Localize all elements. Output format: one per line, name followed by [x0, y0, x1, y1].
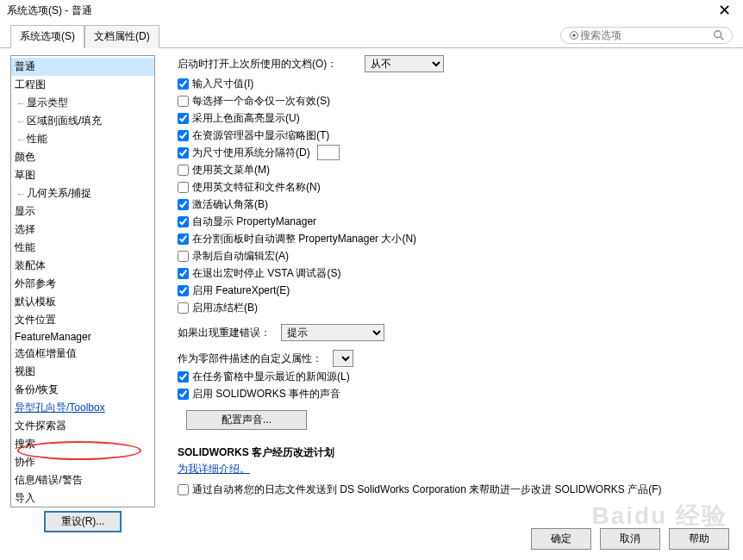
- nav-item-2[interactable]: 显示类型: [11, 94, 154, 112]
- option-label: 在任务窗格中显示最近的新闻源(L): [192, 370, 350, 384]
- option-checkbox[interactable]: [178, 389, 189, 400]
- nav-item-23[interactable]: 信息/错误/警告: [11, 471, 154, 489]
- option-row[interactable]: 为尺寸使用系统分隔符(D): [178, 146, 310, 160]
- option-checkbox[interactable]: [178, 182, 189, 193]
- option-row[interactable]: 在分割面板时自动调整 PropertyManager 大小(N): [178, 232, 416, 246]
- nav-item-6[interactable]: 草图: [11, 166, 154, 184]
- option-checkbox[interactable]: [178, 78, 189, 90]
- option-row[interactable]: 自动显示 PropertyManager: [178, 215, 316, 229]
- window-title: 系统选项(S) - 普通: [7, 3, 713, 18]
- help-button[interactable]: 帮助: [669, 528, 729, 550]
- tab-system-options[interactable]: 系统选项(S): [10, 25, 84, 48]
- option-row[interactable]: 激活确认角落(B): [178, 197, 268, 212]
- nav-item-0[interactable]: 普通: [11, 58, 154, 76]
- option-label: 录制后自动编辑宏(A): [192, 249, 289, 264]
- rebuild-select[interactable]: 提示: [281, 324, 384, 341]
- rebuild-label: 如果出现重建错误：: [178, 326, 271, 340]
- close-icon[interactable]: ✕: [713, 1, 736, 20]
- nav-item-20[interactable]: 文件探索器: [11, 417, 154, 435]
- option-label: 每选择一个命令仅一次有效(S): [192, 94, 330, 109]
- option-row[interactable]: 使用英文特征和文件名称(N): [178, 180, 321, 195]
- search-icon[interactable]: [713, 29, 725, 41]
- option-checkbox[interactable]: [178, 96, 189, 107]
- option-row[interactable]: 在资源管理器中显示缩略图(T): [178, 128, 329, 143]
- svg-line-3: [721, 37, 724, 40]
- custom-prop-select[interactable]: [333, 350, 353, 367]
- option-row[interactable]: 启用 SOLIDWORKS 事件的声音: [178, 387, 340, 401]
- option-row[interactable]: 启用 FeatureXpert(E): [178, 283, 290, 298]
- option-checkbox[interactable]: [178, 113, 189, 124]
- nav-item-19[interactable]: 异型孔向导/Toolbox: [11, 399, 154, 417]
- option-label: 启用 SOLIDWORKS 事件的声音: [192, 387, 340, 401]
- cancel-button[interactable]: 取消: [600, 528, 660, 550]
- reset-button[interactable]: 重设(R)...: [44, 511, 122, 532]
- separator-preview: [317, 145, 340, 160]
- option-row[interactable]: 采用上色面高亮显示(U): [178, 111, 300, 126]
- nav-item-18[interactable]: 备份/恢复: [11, 381, 154, 399]
- nav-item-14[interactable]: 文件位置: [11, 311, 154, 329]
- option-checkbox[interactable]: [178, 233, 189, 245]
- option-label: 使用英文特征和文件名称(N): [192, 180, 321, 195]
- plan-checkbox-row[interactable]: 通过自动将您的日志文件发送到 DS SolidWorks Corporation…: [178, 482, 662, 497]
- plan-checkbox[interactable]: [178, 484, 189, 495]
- option-label: 为尺寸使用系统分隔符(D): [192, 146, 310, 160]
- nav-item-16[interactable]: 选值框增量值: [11, 345, 154, 363]
- nav-item-24[interactable]: 导入: [11, 489, 154, 507]
- option-label: 在分割面板时自动调整 PropertyManager 大小(N): [192, 232, 416, 246]
- nav-item-10[interactable]: 性能: [11, 239, 154, 257]
- startup-select[interactable]: 从不: [365, 55, 444, 72]
- configure-sound-button[interactable]: 配置声音...: [186, 410, 307, 430]
- option-label: 在退出宏时停止 VSTA 调试器(S): [192, 266, 340, 281]
- option-checkbox[interactable]: [178, 216, 189, 227]
- nav-item-21[interactable]: 搜索: [11, 435, 154, 453]
- svg-point-1: [572, 34, 576, 37]
- nav-item-12[interactable]: 外部参考: [11, 275, 154, 293]
- nav-item-13[interactable]: 默认模板: [11, 293, 154, 311]
- option-checkbox[interactable]: [178, 302, 189, 314]
- nav-item-9[interactable]: 选择: [11, 221, 154, 239]
- nav-item-1[interactable]: 工程图: [11, 76, 154, 94]
- option-label: 在资源管理器中显示缩略图(T): [192, 128, 329, 143]
- nav-item-8[interactable]: 显示: [11, 202, 154, 221]
- plan-checkbox-label: 通过自动将您的日志文件发送到 DS SolidWorks Corporation…: [192, 482, 662, 497]
- search-input[interactable]: [580, 29, 713, 41]
- nav-item-3[interactable]: 区域剖面线/填充: [11, 112, 154, 130]
- option-label: 启用 FeatureXpert(E): [192, 283, 290, 298]
- option-row[interactable]: 在退出宏时停止 VSTA 调试器(S): [178, 266, 340, 281]
- nav-item-4[interactable]: 性能: [11, 130, 154, 148]
- gear-search-icon: [568, 29, 580, 41]
- nav-item-22[interactable]: 协作: [11, 453, 154, 471]
- option-checkbox[interactable]: [178, 147, 189, 159]
- option-checkbox[interactable]: [178, 130, 189, 141]
- option-row[interactable]: 启用冻结栏(B): [178, 301, 258, 315]
- option-row[interactable]: 录制后自动编辑宏(A): [178, 249, 289, 264]
- option-checkbox[interactable]: [178, 165, 189, 176]
- option-checkbox[interactable]: [178, 285, 189, 296]
- option-row[interactable]: 每选择一个命令仅一次有效(S): [178, 94, 330, 109]
- ok-button[interactable]: 确定: [531, 528, 591, 550]
- plan-link[interactable]: 为我详细介绍。: [178, 462, 250, 476]
- options-panel: 启动时打开上次所使用的文档(O)： 从不 输入尺寸值(I)每选择一个命令仅一次有…: [155, 55, 733, 532]
- nav-item-15[interactable]: FeatureManager: [11, 329, 154, 345]
- option-checkbox[interactable]: [178, 371, 189, 383]
- nav-tree[interactable]: 普通工程图显示类型区域剖面线/填充性能颜色草图几何关系/捕捉显示选择性能装配体外…: [10, 55, 155, 507]
- option-label: 启用冻结栏(B): [192, 301, 258, 315]
- option-row[interactable]: 输入尺寸值(I): [178, 77, 253, 91]
- option-checkbox[interactable]: [178, 268, 189, 279]
- option-row[interactable]: 在任务窗格中显示最近的新闻源(L): [178, 370, 350, 384]
- option-label: 激活确认角落(B): [192, 197, 268, 212]
- nav-item-5[interactable]: 颜色: [11, 148, 154, 166]
- nav-item-11[interactable]: 装配体: [11, 257, 154, 275]
- svg-point-2: [715, 31, 721, 38]
- option-label: 自动显示 PropertyManager: [192, 215, 316, 229]
- custom-prop-label: 作为零部件描述的自定义属性：: [178, 352, 322, 366]
- tab-document-properties[interactable]: 文档属性(D): [84, 25, 159, 48]
- option-checkbox[interactable]: [178, 251, 189, 262]
- option-label: 输入尺寸值(I): [192, 77, 253, 91]
- startup-label: 启动时打开上次所使用的文档(O)：: [178, 57, 337, 72]
- option-row[interactable]: 使用英文菜单(M): [178, 163, 270, 177]
- option-checkbox[interactable]: [178, 199, 189, 210]
- nav-item-17[interactable]: 视图: [11, 363, 154, 381]
- nav-item-7[interactable]: 几何关系/捕捉: [11, 184, 154, 202]
- search-box[interactable]: [560, 27, 733, 44]
